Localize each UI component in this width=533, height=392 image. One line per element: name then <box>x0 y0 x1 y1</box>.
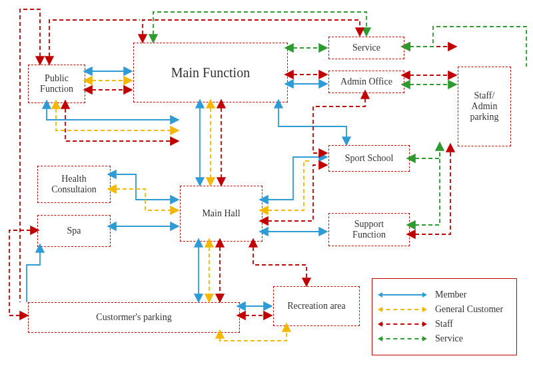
box-public-function: Public Function <box>28 65 85 103</box>
box-spa: Spa <box>37 215 111 247</box>
box-support-function: Support Function <box>328 213 410 246</box>
diagram-canvas: Main Function Public Function Service Ad… <box>0 0 533 392</box>
box-sport-school: Sport School <box>328 145 410 172</box>
box-main-function: Main Function <box>133 43 288 102</box>
double-arrow-icon <box>379 323 426 325</box>
box-customers-parking: Custormer's parking <box>28 302 240 333</box>
box-staff-admin-parking: Staff/ Admin parking <box>458 67 511 146</box>
legend-label: General Customer <box>435 304 503 315</box>
box-recreation-area: Recreation area <box>273 286 360 326</box>
box-main-hall: Main Hall <box>180 186 263 242</box>
box-admin-office: Admin Office <box>328 71 404 93</box>
box-service: Service <box>328 37 404 59</box>
legend-label: Staff <box>435 319 453 329</box>
legend-row-service: Service <box>379 333 510 344</box>
double-arrow-icon <box>379 309 426 310</box>
legend-label: Service <box>435 333 463 344</box>
box-health-consultation: Health Consultaion <box>37 166 111 203</box>
double-arrow-icon <box>379 338 426 339</box>
legend-label: Member <box>435 290 466 300</box>
legend-row-staff: Staff <box>379 319 510 329</box>
legend-row-general-customer: General Customer <box>379 304 510 315</box>
legend-row-member: Member <box>379 290 510 300</box>
double-arrow-icon <box>379 294 426 295</box>
legend: Member General Customer Staff Service <box>372 278 517 355</box>
